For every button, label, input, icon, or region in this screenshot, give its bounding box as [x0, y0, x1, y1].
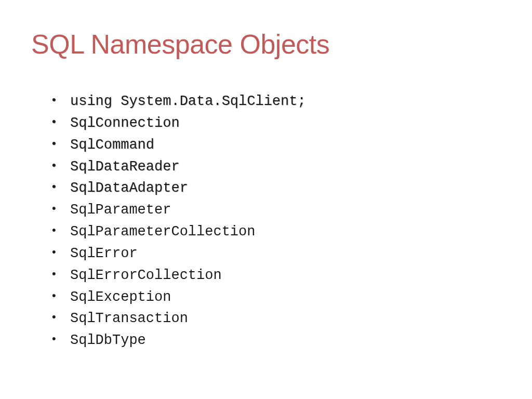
list-item: SqlParameter: [52, 200, 501, 221]
list-item: SqlError: [52, 243, 501, 265]
bullet-list: using System.Data.SqlClient; SqlConnecti…: [31, 91, 501, 352]
list-item: using System.Data.SqlClient;: [52, 91, 501, 113]
list-item: SqlDataReader: [52, 156, 501, 178]
list-item: SqlConnection: [52, 113, 501, 135]
list-item: SqlDataAdapter: [52, 178, 501, 200]
slide: SQL Namespace Objects using System.Data.…: [0, 0, 532, 399]
slide-title: SQL Namespace Objects: [31, 29, 501, 60]
list-item: SqlCommand: [52, 135, 501, 156]
list-item: SqlErrorCollection: [52, 265, 501, 287]
list-item: SqlException: [52, 287, 501, 309]
list-item: SqlTransaction: [52, 308, 501, 330]
list-item: SqlDbType: [52, 330, 501, 352]
list-item: SqlParameterCollection: [52, 221, 501, 243]
